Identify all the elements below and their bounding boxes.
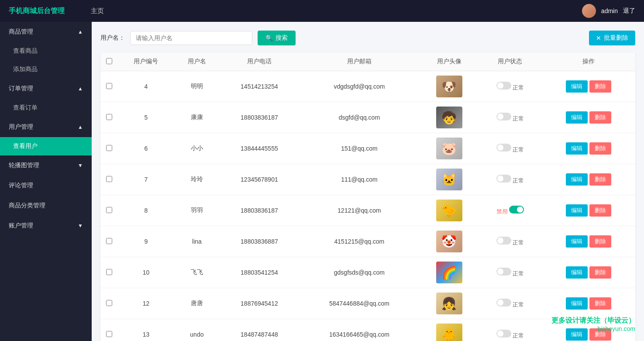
avatar-cell-wrap: 🐷 [423,138,475,159]
delete-button[interactable]: 删除 [589,266,611,279]
cell-id: 8 [118,195,174,226]
sidebar-group-comment[interactable]: 评论管理 [0,176,92,196]
sidebar-group-order[interactable]: 订单管理 ▲ [0,79,92,99]
row-checkbox[interactable] [106,331,112,337]
sidebar-item-view-users[interactable]: 查看用户 [0,137,92,155]
status-toggle-off[interactable] [496,113,511,121]
avatar-emoji: 🤡 [436,231,462,252]
delete-button[interactable]: 删除 [589,111,611,124]
status-toggle-off[interactable] [496,144,511,152]
status-normal-label: 正常 [513,332,524,340]
status-toggle-off[interactable] [496,175,511,183]
status-toggle-on[interactable] [509,206,524,214]
cell-actions: 编辑删除 [541,102,635,133]
edit-button[interactable]: 编辑 [566,297,588,310]
row-checkbox-cell[interactable] [100,133,118,164]
sidebar-group-category[interactable]: 商品分类管理 [0,196,92,216]
cell-status[interactable]: 正常 [479,257,541,288]
avatar-emoji: 🐱 [436,169,462,190]
cell-actions: 编辑删除 [541,133,635,164]
row-checkbox[interactable] [106,145,112,151]
status-toggle-off[interactable] [496,237,511,245]
cell-status[interactable]: 正常 [479,102,541,133]
sidebar-group-product[interactable]: 商品管理 ▲ [0,22,92,42]
cell-email: 1634166465@qq.com [299,319,420,341]
sidebar-group-account[interactable]: 账户管理 ▼ [0,216,92,236]
row-checkbox-cell[interactable] [100,71,118,102]
sidebar-item-add-product[interactable]: 添加商品 [0,60,92,79]
search-button[interactable]: 🔍 搜索 [258,31,296,45]
cell-status[interactable]: 正常 [479,226,541,257]
row-checkbox[interactable] [106,114,112,120]
main-content: 用户名： 🔍 搜索 ✕ 批量删除 用户编号 用户名 用户电话 [92,22,644,341]
delete-button[interactable]: 删除 [589,204,611,217]
batch-delete-button[interactable]: ✕ 批量删除 [589,31,635,45]
row-checkbox[interactable] [106,83,112,89]
cell-status[interactable]: 禁用 [479,195,541,226]
row-checkbox[interactable] [106,238,112,244]
chevron-down-icon-banner: ▼ [78,162,83,169]
sidebar-group-user[interactable]: 用户管理 ▲ [0,117,92,137]
row-checkbox[interactable] [106,207,112,213]
edit-button[interactable]: 编辑 [566,235,588,248]
delete-button[interactable]: 删除 [589,80,611,93]
edit-button[interactable]: 编辑 [566,328,588,341]
status-toggle-off[interactable] [496,82,511,90]
row-checkbox-cell[interactable] [100,102,118,133]
cell-status[interactable]: 正常 [479,288,541,319]
cell-email: 4151215@qq.com [299,226,420,257]
status-toggle-off[interactable] [496,268,511,276]
row-checkbox[interactable] [106,300,112,306]
edit-button[interactable]: 编辑 [566,142,588,155]
cell-status[interactable]: 正常 [479,71,541,102]
app-title: 手机商城后台管理 [9,7,65,16]
logout-button[interactable]: 退了 [623,7,635,15]
edit-button[interactable]: 编辑 [566,204,588,217]
avatar-emoji: 🐤 [436,200,462,221]
row-checkbox-cell[interactable] [100,164,118,195]
edit-button[interactable]: 编辑 [566,111,588,124]
avatar-box: 🐥 [436,324,462,341]
sidebar-item-view-products[interactable]: 查看商品 [0,42,92,60]
select-all-cell[interactable] [100,52,118,71]
row-checkbox-cell[interactable] [100,195,118,226]
cell-actions: 编辑删除 [541,319,635,341]
status-normal-label: 正常 [513,177,524,185]
sidebar-group-product-label: 商品管理 [9,28,33,36]
delete-button[interactable]: 删除 [589,328,611,341]
row-checkbox-cell[interactable] [100,257,118,288]
cell-avatar: 🐶 [420,71,479,102]
sidebar-item-view-orders[interactable]: 查看订单 [0,99,92,117]
delete-button[interactable]: 删除 [589,173,611,186]
delete-button[interactable]: 删除 [589,235,611,248]
sidebar-group-banner[interactable]: 轮播图管理 ▼ [0,155,92,176]
cell-avatar: 🐥 [420,319,479,341]
cell-status[interactable]: 正常 [479,319,541,341]
row-checkbox[interactable] [106,176,112,182]
cell-avatar: 🐱 [420,164,479,195]
nav-home[interactable]: 主页 [91,7,104,14]
row-checkbox-cell[interactable] [100,226,118,257]
delete-button[interactable]: 删除 [589,142,611,155]
batch-delete-label: 批量删除 [604,34,628,42]
row-checkbox-cell[interactable] [100,319,118,341]
delete-button[interactable]: 删除 [589,297,611,310]
edit-button[interactable]: 编辑 [566,266,588,279]
cell-status[interactable]: 正常 [479,133,541,164]
close-icon: ✕ [596,34,601,41]
row-checkbox-cell[interactable] [100,288,118,319]
row-checkbox[interactable] [106,269,112,275]
cell-phone: 18487487448 [220,319,299,341]
status-toggle-off[interactable] [496,299,511,307]
search-input[interactable] [130,31,252,45]
select-all-checkbox[interactable] [106,58,112,64]
cell-email: 5847446884@qq.com [299,288,420,319]
edit-button[interactable]: 编辑 [566,80,588,93]
cell-name: 康康 [174,102,220,133]
edit-button[interactable]: 编辑 [566,173,588,186]
status-toggle-off[interactable] [496,330,511,338]
search-icon: 🔍 [265,34,273,41]
cell-status[interactable]: 正常 [479,164,541,195]
sidebar: 商品管理 ▲ 查看商品 添加商品 订单管理 ▲ 查看订单 用户管理 ▲ 查看用户… [0,22,92,341]
avatar-image [582,4,596,18]
